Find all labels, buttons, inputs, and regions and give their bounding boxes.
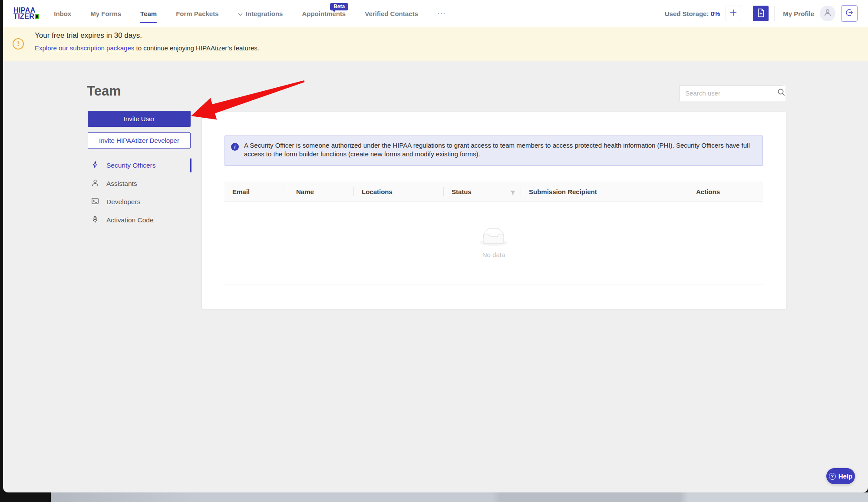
nav-more-button[interactable]: ···	[437, 9, 446, 18]
column-header-actions: Actions	[688, 182, 763, 201]
avatar[interactable]	[820, 6, 835, 21]
team-sidebar: Security Officers Assistants Developers …	[88, 156, 191, 229]
column-header-submission-recipient: Submission Recipient	[521, 182, 688, 201]
sidebar-item-label: Activation Code	[106, 216, 154, 224]
column-header-locations: Locations	[354, 182, 444, 201]
search-button[interactable]	[777, 86, 785, 101]
sidebar-item-label: Assistants	[106, 180, 137, 188]
file-add-icon	[757, 8, 765, 19]
logo-line2: TIZER	[13, 13, 34, 20]
rocket-icon	[91, 215, 99, 225]
header-right-controls: Used Storage: 0% My Profile	[665, 5, 858, 22]
empty-state: No data	[224, 202, 763, 284]
empty-inbox-icon	[480, 228, 508, 248]
nav-item-integrations[interactable]: Integrations	[238, 10, 283, 17]
column-header-email: Email	[224, 182, 288, 201]
warning-icon: !	[13, 38, 24, 50]
desktop-dock-strip	[51, 492, 868, 502]
trial-expiry-text: Your free trial expires in 30 days.	[35, 31, 142, 40]
thunderbolt-icon	[91, 161, 99, 170]
sidebar-item-assistants[interactable]: Assistants	[88, 175, 191, 193]
alert-text: A Security Officer is someone authorized…	[244, 141, 755, 160]
nav-item-my-forms[interactable]: My Forms	[90, 10, 121, 17]
info-icon: i	[231, 143, 239, 151]
sidebar-item-activation-code[interactable]: Activation Code	[88, 211, 191, 229]
nav-item-verified-contacts[interactable]: Verified Contacts	[365, 10, 418, 17]
nav-item-inbox[interactable]: Inbox	[54, 10, 71, 17]
subscription-packages-link[interactable]: Explore our subscription packages	[35, 44, 134, 52]
nav-item-appointments[interactable]: Appointments Beta	[302, 10, 346, 17]
sidebar-item-label: Security Officers	[106, 162, 155, 169]
code-icon	[91, 197, 99, 207]
top-navbar: HIPAA TIZER Inbox My Forms Team Form Pac…	[3, 0, 868, 27]
plus-icon	[729, 9, 737, 18]
shield-lock-icon	[35, 14, 39, 19]
nav-item-team[interactable]: Team	[140, 10, 157, 17]
beta-badge: Beta	[330, 3, 348, 10]
security-officer-info-alert: i A Security Officer is someone authoriz…	[224, 135, 763, 166]
sidebar-item-label: Developers	[106, 198, 140, 206]
hipaatizer-logo[interactable]: HIPAA TIZER	[13, 7, 39, 20]
trial-banner: ! Your free trial expires in 30 days. Ex…	[3, 27, 868, 61]
help-button[interactable]: ? Help	[826, 468, 855, 484]
user-icon	[91, 179, 99, 188]
page-title: Team	[87, 83, 121, 99]
invite-developer-button[interactable]: Invite HIPAAtizer Developer	[88, 132, 191, 149]
table-header-row: Email Name Locations Status Submission R…	[224, 182, 763, 202]
invite-user-button[interactable]: Invite User	[88, 111, 191, 127]
column-header-name: Name	[288, 182, 354, 201]
used-storage-value: 0%	[711, 10, 720, 17]
team-content-card: i A Security Officer is someone authoriz…	[202, 112, 786, 309]
search-user-box	[680, 85, 783, 101]
main-nav: Inbox My Forms Team Form Packets Integra…	[54, 9, 446, 18]
used-storage-label: Used Storage: 0%	[665, 10, 720, 17]
logout-icon	[845, 8, 854, 19]
help-label: Help	[838, 472, 853, 480]
create-form-button[interactable]	[753, 6, 769, 21]
header-divider	[774, 6, 775, 21]
search-input[interactable]	[680, 86, 777, 101]
chevron-down-icon	[238, 10, 243, 17]
logout-button[interactable]	[841, 5, 858, 22]
sidebar-item-developers[interactable]: Developers	[88, 193, 191, 211]
user-icon	[823, 8, 832, 19]
search-icon	[777, 88, 785, 98]
nav-item-form-packets[interactable]: Form Packets	[176, 10, 218, 17]
sidebar-item-security-officers[interactable]: Security Officers	[88, 156, 191, 175]
subscription-message: Explore our subscription packages to con…	[35, 44, 259, 52]
empty-state-text: No data	[482, 251, 505, 258]
header-divider	[747, 6, 747, 21]
column-header-status: Status	[444, 182, 521, 201]
question-icon: ?	[829, 473, 836, 480]
app-window: HIPAA TIZER Inbox My Forms Team Form Pac…	[3, 0, 868, 492]
add-storage-button[interactable]	[726, 6, 741, 21]
my-profile-link[interactable]: My Profile	[783, 10, 814, 17]
filter-icon[interactable]	[510, 189, 515, 197]
